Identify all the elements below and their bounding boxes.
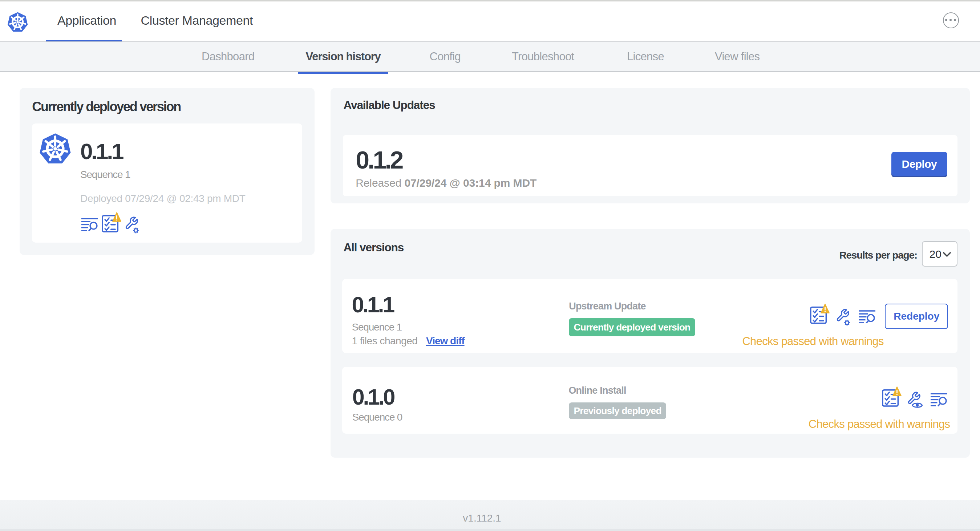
available-updates-section: Available Updates 0.1.2 Released 07/29/2…: [331, 87, 970, 203]
row-source-label: Upstream Update: [569, 300, 646, 311]
row-files-changed-label: 1 files changed: [352, 335, 418, 347]
ellipsis-dot: [953, 19, 956, 21]
ellipsis-dot: [950, 19, 952, 21]
update-released-timestamp: Released 07/29/24 @ 03:14 pm MDT: [356, 177, 536, 189]
version-row-0-1-0: 0.1.0 Sequence 0 Online Install Previous…: [342, 367, 958, 434]
chevron-down-icon: [943, 253, 951, 258]
subnav-tab-config[interactable]: Config: [430, 42, 461, 71]
status-badge-currently-deployed: Currently deployed version: [569, 318, 695, 337]
page: Application Cluster Management Dashboard…: [0, 0, 980, 531]
row-sequence-label: Sequence 1: [352, 321, 402, 333]
subnav-tab-troubleshoot[interactable]: Troubleshoot: [512, 42, 574, 71]
preflight-checks-warning-icon[interactable]: [881, 386, 901, 408]
app-header: Application Cluster Management: [0, 2, 980, 41]
currently-deployed-card: 0.1.1 Sequence 1 Deployed 07/29/24 @ 02:…: [32, 124, 302, 243]
row-source-label: Online Install: [568, 385, 626, 396]
subnav-tab-view-files-label: View files: [715, 50, 759, 63]
results-per-page-value: 20: [929, 248, 942, 261]
checks-passed-warnings-link[interactable]: Checks passed with warnings: [742, 334, 883, 348]
row-version-number: 0.1.1: [352, 293, 393, 316]
kubernetes-logo-icon: [7, 11, 28, 32]
tab-application[interactable]: Application: [46, 2, 123, 41]
current-version-sequence: Sequence 1: [80, 169, 130, 180]
window-bottom-strip: [0, 529, 980, 531]
results-per-page-select[interactable]: 20: [922, 242, 958, 266]
row-sequence-label: Sequence 0: [352, 411, 402, 423]
all-versions-section: All versions Results per page: 20 0.1.1 …: [331, 229, 970, 458]
view-config-icon[interactable]: [905, 390, 922, 409]
currently-deployed-section: Currently deployed version 0.1.1 Sequenc…: [20, 87, 315, 254]
subnav-tab-dashboard-label: Dashboard: [202, 50, 254, 63]
current-version-number: 0.1.1: [80, 140, 123, 163]
view-diff-icon[interactable]: [931, 393, 948, 406]
status-badge-previously-deployed: Previously deployed: [568, 402, 666, 420]
subnav-tab-version-history-label: Version history: [306, 50, 381, 63]
subnav-tab-config-label: Config: [430, 50, 461, 63]
gear-overlay: [132, 227, 140, 234]
edit-config-icon[interactable]: [835, 308, 851, 326]
view-diff-icon[interactable]: [81, 218, 99, 231]
available-update-card: 0.1.2 Released 07/29/24 @ 03:14 pm MDT D…: [342, 135, 958, 196]
subnav-tab-license[interactable]: License: [627, 42, 664, 71]
subnav-active-indicator: [298, 72, 388, 75]
tab-cluster-management[interactable]: Cluster Management: [141, 2, 253, 41]
app-subnav: Dashboard Version history Config Trouble…: [0, 41, 980, 72]
subnav-tab-view-files[interactable]: View files: [715, 42, 759, 71]
eye-overlay: [912, 401, 922, 409]
available-updates-heading: Available Updates: [343, 99, 435, 111]
tab-cluster-management-label: Cluster Management: [141, 14, 253, 29]
update-version-number: 0.1.2: [356, 148, 402, 173]
released-prefix: Released: [356, 177, 401, 189]
subnav-tab-troubleshoot-label: Troubleshoot: [512, 50, 574, 63]
subnav-tab-license-label: License: [627, 50, 664, 63]
all-versions-heading: All versions: [343, 242, 404, 254]
current-version-deployed-timestamp: Deployed 07/29/24 @ 02:43 pm MDT: [80, 192, 245, 204]
redeploy-button[interactable]: Redeploy: [885, 304, 948, 329]
preflight-checks-warning-icon[interactable]: [810, 303, 829, 326]
subnav-tab-dashboard[interactable]: Dashboard: [202, 42, 254, 71]
page-footer: v1.112.1: [0, 500, 980, 531]
currently-deployed-heading: Currently deployed version: [32, 99, 181, 114]
view-diff-icon[interactable]: [858, 310, 875, 324]
tab-application-label: Application: [57, 14, 116, 29]
ellipsis-menu-button[interactable]: [943, 12, 959, 28]
preflight-checks-warning-icon[interactable]: [102, 211, 121, 234]
console-version-label: v1.112.1: [463, 512, 501, 531]
app-logo-kubernetes-icon: [40, 132, 72, 165]
results-per-page-label: Results per page:: [839, 249, 917, 261]
view-diff-link[interactable]: View diff: [426, 335, 465, 347]
checks-passed-warnings-link[interactable]: Checks passed with warnings: [808, 418, 950, 431]
subnav-tab-version-history[interactable]: Version history: [306, 42, 381, 71]
deploy-button[interactable]: Deploy: [891, 151, 948, 175]
released-value: 07/29/24 @ 03:14 pm MDT: [404, 177, 536, 189]
ellipsis-dot: [945, 19, 948, 21]
edit-config-icon[interactable]: [124, 216, 140, 234]
row-version-number: 0.1.0: [352, 385, 394, 409]
version-row-0-1-1: 0.1.1 Sequence 1 1 files changed View di…: [342, 279, 958, 353]
